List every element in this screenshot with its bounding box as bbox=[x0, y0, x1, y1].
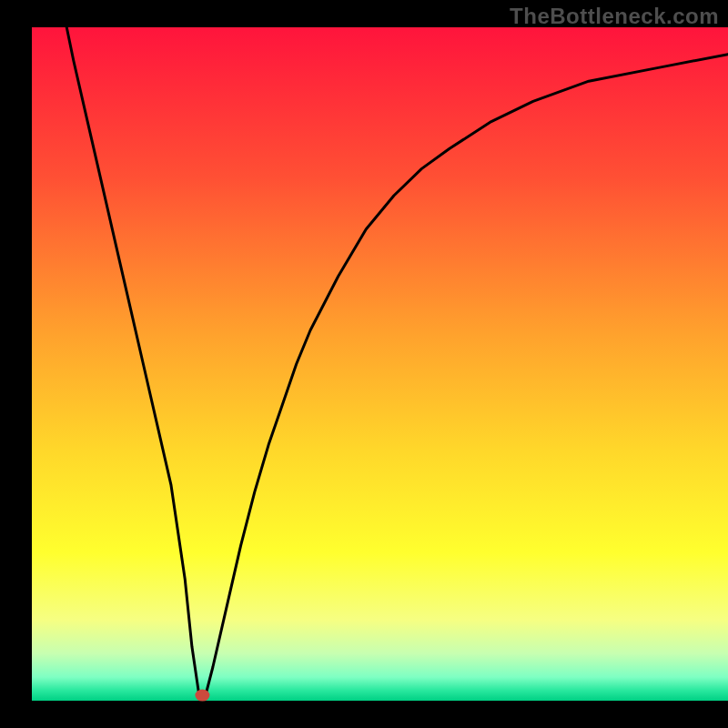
watermark-text: TheBottleneck.com bbox=[510, 4, 719, 29]
min-marker bbox=[195, 690, 209, 702]
chart-frame: TheBottleneck.com bbox=[0, 0, 728, 728]
plot-background bbox=[32, 27, 728, 701]
chart-svg bbox=[0, 0, 728, 728]
